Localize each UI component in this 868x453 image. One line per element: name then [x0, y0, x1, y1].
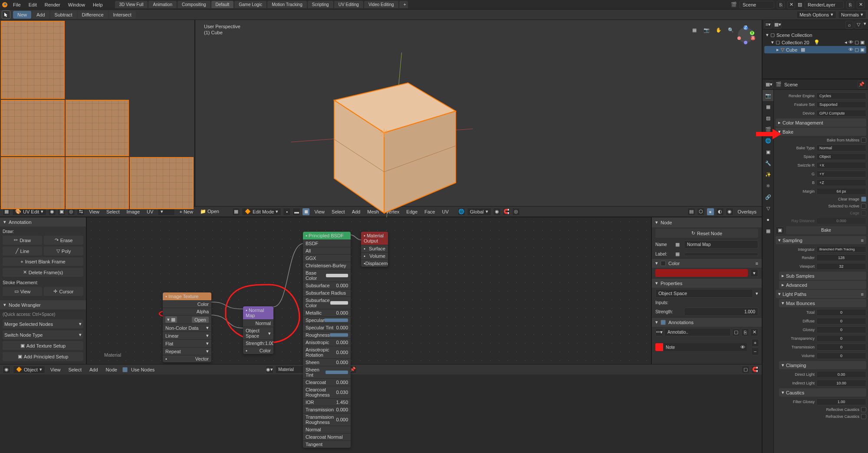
vp-shading-look-icon[interactable]: ◐	[716, 208, 724, 216]
light-paths-section[interactable]: Light Paths	[783, 292, 806, 297]
node-editor[interactable]: • Image Texture Color Alpha ▾ ▦Open Non-…	[87, 217, 651, 364]
draw-button[interactable]: ✏Draw	[3, 236, 42, 245]
renderlayer-field[interactable]: RenderLayer	[805, 1, 844, 9]
nav-gizmo[interactable]: Z Y X	[735, 24, 756, 46]
refr-caustics-checkbox[interactable]	[861, 414, 866, 419]
intersect-button[interactable]: Intersect	[109, 11, 136, 19]
scene-del-icon[interactable]: ✕	[787, 1, 795, 9]
ne-backdrop-icon[interactable]: ▢	[742, 366, 750, 374]
principled-bsdf-node[interactable]: • Principled BSDF BSDFAllGGXChristensen-…	[303, 232, 351, 448]
bake-multires-checkbox[interactable]	[861, 138, 866, 143]
vp-snap-icon[interactable]: 🧲	[503, 208, 510, 216]
tab-compositing[interactable]: Compositing	[178, 1, 210, 8]
annotation-layer-field[interactable]: Annotatio..	[664, 328, 731, 336]
tab-default[interactable]: Default	[211, 1, 234, 8]
outliner-filter-icon[interactable]: ⌕	[845, 21, 853, 29]
obj-space-dropdown[interactable]: Object Space	[655, 289, 753, 298]
delete-frame-button[interactable]: ✕Delete Frame(s)	[3, 268, 83, 277]
menu-window[interactable]: Window	[65, 1, 89, 9]
bake-type-dropdown[interactable]: Normal	[816, 144, 866, 151]
vp-pivot-icon[interactable]: ◉	[493, 208, 501, 216]
render-engine-dropdown[interactable]: Cycles	[816, 92, 866, 99]
switch-node-dropdown[interactable]: Switch Node Type▾	[3, 330, 83, 339]
refl-caustics-checkbox[interactable]	[861, 407, 866, 412]
insert-frame-button[interactable]: +Insert Blank Frame	[3, 257, 83, 266]
normal-map-node[interactable]: • Normal Map Normal Object Space▾ Streng…	[243, 306, 273, 354]
add-principled-button[interactable]: ▣Add Principled Setup	[3, 352, 83, 361]
new-button[interactable]: New	[13, 11, 31, 19]
transparency-bounces-field[interactable]: 0	[816, 335, 866, 342]
direct-light-field[interactable]: 0.00	[816, 371, 866, 378]
integrator-dropdown[interactable]: Branched Path Tracing	[816, 246, 866, 253]
tab-data[interactable]: ▽	[763, 203, 773, 214]
sub-samples-section[interactable]: Sub Samples	[786, 273, 814, 279]
menu-help[interactable]: Help	[89, 1, 106, 9]
total-bounces-field[interactable]: 0	[816, 309, 866, 316]
note-color-swatch[interactable]	[655, 343, 663, 351]
tab-world[interactable]: 🌐	[763, 135, 773, 146]
use-nodes-checkbox[interactable]	[122, 367, 128, 372]
vp-overlays-button[interactable]: Overlays	[735, 208, 759, 215]
ne-menu-select[interactable]: Select	[66, 366, 84, 373]
tab-particles[interactable]: ✨	[763, 169, 773, 180]
tab-gamelogic[interactable]: Game Logic	[234, 1, 266, 8]
outliner-display-icon[interactable]: ▦▾	[774, 21, 782, 29]
scene-new-icon[interactable]: ⎘	[777, 1, 785, 9]
cursor-tool-icon[interactable]	[2, 10, 10, 19]
bake-section[interactable]: Bake	[783, 129, 793, 135]
ann-dup-icon[interactable]: ⎘	[741, 328, 749, 336]
outliner-type-icon[interactable]: ≡▾	[764, 21, 772, 29]
vp-mode-dropdown[interactable]: 🔶Edit Mode▾	[242, 208, 282, 216]
normals-dropdown[interactable]: Normals▾	[838, 11, 866, 19]
caustics-section[interactable]: Caustics	[786, 390, 804, 395]
menu-render[interactable]: Render	[41, 1, 64, 9]
render-samples-field[interactable]: 128	[816, 254, 866, 261]
outliner-scene-collection[interactable]: ▾▢Scene Collection	[764, 31, 866, 39]
tab-modifiers[interactable]: 🔧	[763, 158, 773, 169]
vp-editor-type-icon[interactable]: ▦	[232, 208, 240, 216]
ne-menu-add[interactable]: Add	[87, 366, 101, 373]
annotation-header[interactable]: Annotation	[9, 220, 32, 225]
note-add-icon[interactable]: +	[751, 339, 759, 347]
bake-button[interactable]: Bake	[786, 226, 866, 234]
subtract-button[interactable]: Subtract	[50, 11, 77, 19]
menu-edit[interactable]: Edit	[25, 1, 40, 9]
vp-shading-solid-icon[interactable]: ●	[707, 208, 714, 216]
glossy-bounces-field[interactable]: 0	[816, 326, 866, 333]
vp-shading-render-icon[interactable]: ◉	[726, 208, 733, 216]
note-name-field[interactable]: Note	[663, 344, 739, 351]
ne-menu-view[interactable]: View	[48, 366, 63, 373]
clear-image-checkbox[interactable]	[861, 197, 866, 202]
swizzle-b-dropdown[interactable]: +Z	[816, 179, 866, 186]
erase-button[interactable]: ↷Erase	[44, 236, 83, 245]
zoom-icon[interactable]: 🔍	[726, 25, 736, 35]
uv-open-button[interactable]: 📁 Open	[197, 208, 222, 215]
vp-sel-vert-icon[interactable]: ▪	[283, 208, 291, 216]
clamping-section[interactable]: Clamping	[786, 363, 806, 368]
node-wrangler-header[interactable]: Node Wrangler	[9, 302, 41, 308]
renderlayer-del-icon[interactable]: ✕	[857, 1, 865, 9]
margin-field[interactable]: 64 px	[816, 188, 866, 195]
strength-field[interactable]: 1.000	[684, 308, 758, 316]
outliner-collection[interactable]: ▾▢Collection 20💡 ◂ 👁 ▢ ▣	[764, 39, 866, 46]
color-section[interactable]: Color	[668, 261, 680, 266]
swizzle-g-dropdown[interactable]: +Y	[816, 171, 866, 177]
tab-constraints[interactable]: 🔗	[763, 191, 773, 203]
tab-uvediting[interactable]: UV Editing	[334, 1, 363, 8]
color-dropdown-icon[interactable]: ▾	[750, 269, 758, 277]
reset-node-button[interactable]: ↻Reset Node	[655, 229, 758, 238]
vp-proportional-icon[interactable]: ◎	[512, 208, 520, 216]
scene-field[interactable]: Scene	[740, 1, 774, 9]
max-bounces-section[interactable]: Max Bounces	[786, 301, 815, 306]
node-color-swatch[interactable]	[655, 269, 748, 277]
outliner[interactable]: ▾▢Scene Collection ▾▢Collection 20💡 ◂ 👁 …	[763, 30, 868, 79]
tab-texture[interactable]: ▦	[763, 225, 773, 236]
annotations-section[interactable]: Annotations	[668, 320, 694, 325]
tab-output[interactable]: ▦	[763, 101, 773, 112]
outliner-cube[interactable]: ▸▽Cube▦ 👁 ▢ ▣	[764, 46, 866, 53]
ne-mode-dropdown[interactable]: 🔶Object▾	[13, 366, 45, 374]
camera-icon[interactable]: 📷	[702, 25, 711, 35]
device-dropdown[interactable]: GPU Compute	[816, 110, 866, 117]
tab-3dviewfull[interactable]: 3D View Full	[115, 1, 148, 8]
volume-bounces-field[interactable]: 0	[816, 352, 866, 359]
